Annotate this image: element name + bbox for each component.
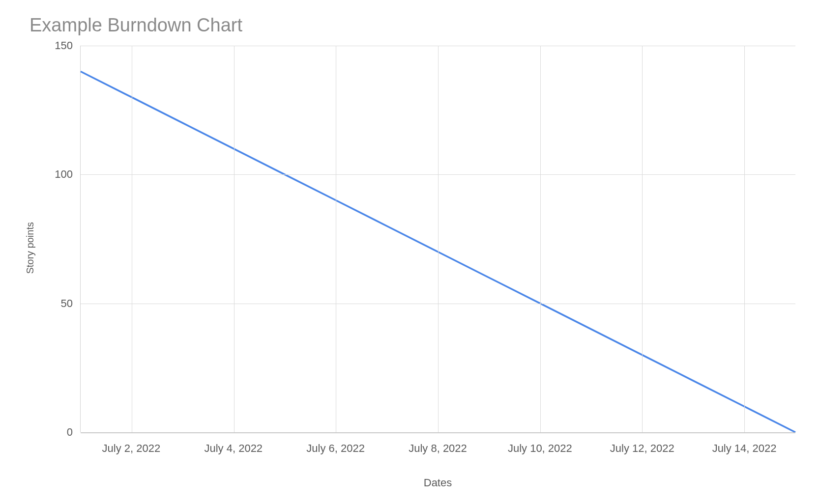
gridline-h	[81, 432, 795, 433]
gridline-v	[438, 46, 439, 432]
chart-title: Example Burndown Chart	[29, 15, 795, 36]
plot-wrapper: 150100500 July 2, 2022July 4, 2022July 6…	[41, 46, 795, 489]
gridline-v	[336, 46, 336, 432]
gridline-v	[132, 46, 132, 432]
x-axis-ticks: July 2, 2022July 4, 2022July 6, 2022July…	[80, 442, 795, 457]
gridline-v	[642, 46, 643, 432]
y-axis-label: Story points	[25, 222, 36, 274]
chart-area: Story points 150100500 July 2, 2022July …	[25, 46, 795, 489]
y-axis-ticks: 150100500	[41, 46, 80, 432]
x-tick-label: July 14, 2022	[712, 442, 777, 455]
plot-box	[80, 46, 795, 432]
x-tick-label: July 8, 2022	[409, 442, 467, 455]
x-tick-label: July 4, 2022	[204, 442, 263, 455]
x-tick-label: July 10, 2022	[508, 442, 572, 455]
x-axis-label: Dates	[80, 476, 795, 489]
burndown-chart: Example Burndown Chart Story points 1501…	[25, 15, 795, 489]
x-tick-label: July 2, 2022	[102, 442, 161, 455]
x-tick-label: July 12, 2022	[610, 442, 674, 455]
gridline-v	[234, 46, 234, 432]
x-tick-label: July 6, 2022	[306, 442, 365, 455]
gridline-v	[540, 46, 541, 432]
gridline-v	[744, 46, 745, 432]
